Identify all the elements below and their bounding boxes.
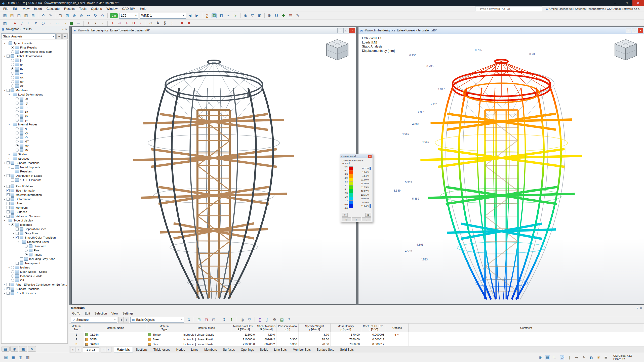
expander-icon[interactable]: ▾ (8, 223, 11, 226)
tree-item[interactable]: ▾ Isobands (2, 222, 67, 227)
tree-item[interactable]: Transparent (2, 261, 67, 265)
tree-item[interactable]: 1D FE Elements (2, 178, 67, 182)
export-table-icon[interactable]: ↥ (228, 317, 235, 323)
tree-item[interactable]: ▾ Type of display (2, 218, 67, 222)
polyline-icon[interactable]: ∟ (26, 20, 32, 26)
maximize-icon[interactable]: □ (343, 28, 349, 33)
materials-menu-edit[interactable]: Edit (83, 311, 92, 315)
tree-item[interactable]: ▾ Smooth Color Transition (2, 235, 67, 240)
pan-icon[interactable]: ↔ (85, 13, 92, 19)
item-control[interactable] (7, 206, 10, 209)
item-control[interactable] (7, 185, 10, 188)
separator[interactable] (83, 21, 84, 26)
last-page-button[interactable]: » (106, 347, 111, 352)
minimize-icon[interactable]: – (337, 28, 343, 33)
item-control[interactable] (7, 161, 10, 164)
table-tab[interactable]: Materials (114, 347, 133, 352)
menu-file[interactable]: File (1, 7, 11, 11)
zoom-out-icon[interactable]: ⊖ (78, 13, 85, 19)
tree-item[interactable]: Mz (2, 148, 67, 152)
item-control[interactable] (11, 59, 14, 62)
navigator-tab-results[interactable]: ≈ (28, 346, 36, 352)
expander-icon[interactable]: ▸ (8, 266, 11, 269)
materials-menu-go-to[interactable]: Go To (70, 311, 83, 315)
item-control[interactable] (11, 76, 14, 79)
menu-results[interactable]: Results (62, 7, 77, 11)
expander-icon[interactable]: ▸ (3, 288, 6, 290)
close-icon[interactable]: ✕ (65, 28, 67, 31)
pin-icon[interactable]: ▾ (62, 28, 64, 31)
item-control[interactable] (16, 102, 19, 105)
item-control[interactable] (7, 193, 10, 196)
expander-icon[interactable]: ▸ (8, 157, 11, 160)
project-navigator-icon[interactable]: ▦ (2, 13, 8, 19)
item-control[interactable] (16, 114, 19, 117)
animation-icon[interactable]: ▷ (232, 13, 239, 19)
item-control[interactable] (7, 283, 10, 286)
tree-item[interactable]: ▸ Nodal Supports (2, 165, 67, 169)
search-input[interactable]: ▸ (475, 7, 542, 11)
tree-item[interactable]: Resultant (2, 169, 67, 173)
separator[interactable] (146, 21, 146, 26)
results-view[interactable]: LC6 - WIND 1 Loads [kN] Static Analysis … (358, 34, 644, 304)
table-tab[interactable]: Surface Sets (314, 347, 337, 352)
tree-item[interactable]: ▾ Members (2, 88, 67, 92)
tree-item[interactable]: Differences to initial state (2, 50, 67, 54)
column-header[interactable]: Specific Weight γ [kN/m³] (299, 324, 331, 332)
previous-page-button[interactable]: ‹ (76, 347, 81, 352)
tree-item[interactable]: uz (2, 105, 67, 109)
cw-toggle[interactable]: Cw (110, 13, 118, 18)
control-panel[interactable]: Control Panel ✕ Global Deformations uy [… (340, 154, 373, 222)
item-control[interactable] (16, 144, 19, 147)
tree-item[interactable]: φy (2, 79, 67, 84)
grid-icon[interactable]: ▦ (544, 354, 551, 360)
menu-insert[interactable]: Insert (32, 7, 44, 11)
tree-item[interactable]: φz (2, 118, 67, 122)
expander-icon[interactable]: ▸ (3, 215, 6, 217)
printout-report-icon[interactable]: ▤ (287, 13, 294, 19)
table-tab[interactable]: Members (201, 347, 220, 352)
column-header[interactable]: Material Model (182, 324, 231, 332)
item-control[interactable] (7, 215, 10, 218)
section-cut-icon[interactable]: § (162, 20, 168, 26)
delete-loads-icon[interactable]: ✕ (179, 20, 185, 26)
tree-item[interactable]: Title Information (2, 188, 67, 193)
table-tab[interactable]: Sections (133, 347, 150, 352)
expander-icon[interactable]: ▸ (8, 153, 11, 156)
separator[interactable] (107, 13, 108, 18)
fx-icon[interactable]: ƒ (264, 317, 271, 323)
add-on-icon[interactable]: ✚ (280, 13, 287, 19)
expander-icon[interactable]: ▾ (3, 219, 6, 222)
separator[interactable] (107, 21, 108, 26)
column-header[interactable]: Poisson's Ratio ν [--] (276, 324, 299, 332)
item-control[interactable] (11, 223, 14, 226)
tree-item[interactable]: ▸ Stresses (2, 156, 67, 161)
options-icons[interactable] (386, 337, 409, 342)
tree-item[interactable]: ▸ Support Reactions (2, 287, 67, 291)
item-control[interactable] (16, 119, 19, 122)
next-table-button[interactable]: ▶ (124, 317, 129, 323)
dimensions-icon[interactable]: ↔ (573, 354, 580, 360)
object-snap-icon[interactable]: ◇ (559, 354, 566, 360)
materials-menu-view[interactable]: View (109, 311, 120, 315)
spline-icon[interactable]: ~ (47, 20, 54, 26)
filter-table-icon[interactable]: ▽ (246, 317, 253, 323)
close-icon[interactable]: ✕ (349, 28, 355, 33)
object-category-select[interactable]: ▦ Basic Objects ▾ (130, 317, 184, 323)
tree-item[interactable]: ux (2, 97, 67, 101)
item-control[interactable] (16, 97, 19, 100)
item-control[interactable] (16, 131, 19, 134)
moment-load-icon[interactable]: ↺ (130, 20, 137, 26)
table-tab[interactable]: Lines (188, 347, 201, 352)
item-control[interactable] (11, 266, 14, 269)
filter-icon[interactable]: ▽ (249, 13, 256, 19)
tree-item[interactable]: Surfaces (2, 210, 67, 214)
tree-item[interactable]: My (2, 144, 67, 148)
column-header[interactable]: Coeff. of Th. Exp. α [1/°C] (361, 324, 386, 332)
previous-load-case-icon[interactable]: ◀ (187, 13, 193, 19)
menu-cad-bim[interactable]: CAD-BIM (120, 7, 138, 11)
tree-item[interactable]: ▾ Local Deformations (2, 92, 67, 97)
tree-item[interactable]: Isobands - Solids (2, 274, 67, 278)
display-settings-icon[interactable]: ⚙ (266, 13, 273, 19)
item-control[interactable] (11, 50, 14, 53)
